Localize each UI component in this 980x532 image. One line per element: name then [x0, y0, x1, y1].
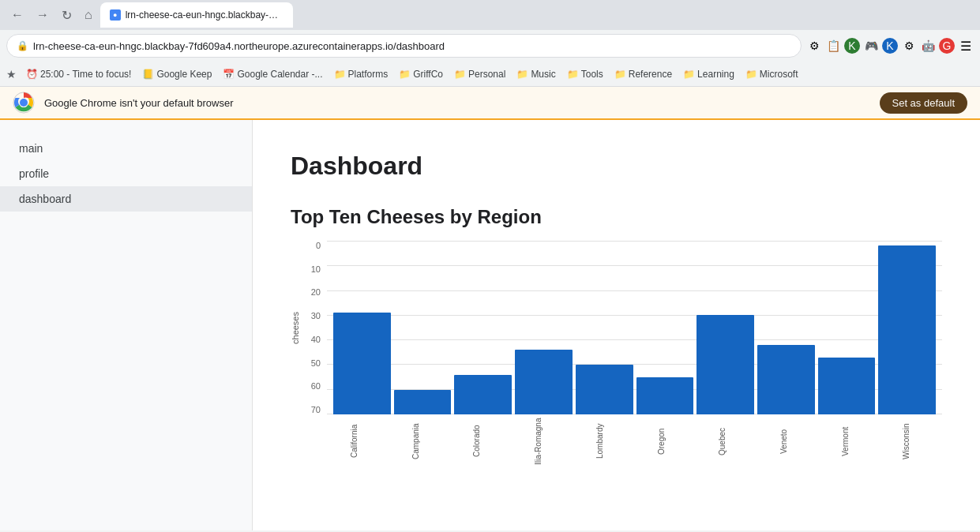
y-tick-60: 60 [305, 381, 321, 391]
x-label-veneto: Veneto [755, 418, 813, 465]
bookmark-tools-label: Tools [581, 69, 603, 80]
sidebar-item-dashboard[interactable]: dashboard [0, 186, 252, 212]
bar-group-california [333, 241, 391, 414]
tab-bar: ← → ↻ ⌂ ● lrn-cheese-ca-eun-hngc.blackba… [0, 0, 980, 30]
bookmark-calendar[interactable]: 📅 Google Calendar -... [218, 67, 327, 81]
bookmark-microsoft-icon: 📁 [745, 69, 757, 80]
x-label-colorado: Colorado [448, 418, 506, 465]
notification-bar: Google Chrome isn't your default browser… [0, 87, 980, 120]
bar-veneto [757, 345, 815, 414]
bars-row [327, 241, 942, 414]
bookmark-reference[interactable]: 📁 Reference [610, 67, 677, 81]
bookmark-platforms[interactable]: 📁 Platforms [329, 67, 393, 81]
bookmark-personal[interactable]: 📁 Personal [449, 67, 510, 81]
ext-icon-3[interactable]: K [844, 38, 860, 54]
y-tick-10: 10 [305, 264, 321, 274]
address-bar-row: 🔒 lrn-cheese-ca-eun-hngc.blackbay-7fd609… [0, 30, 980, 62]
x-label-iliaromagna: Ilia-Romagna [509, 418, 568, 465]
sidebar: main profile dashboard [0, 120, 253, 530]
x-labels: CaliforniaCampaniaColoradoIlia-RomagnaLo… [319, 418, 942, 465]
bookmark-keep[interactable]: 📒 Google Keep [137, 67, 216, 81]
ext-icon-2[interactable]: 📋 [825, 38, 841, 54]
chart-with-grid [327, 241, 942, 414]
svg-point-1 [20, 99, 28, 107]
y-tick-30: 30 [305, 311, 321, 320]
home-button[interactable]: ⌂ [80, 5, 97, 25]
bar-group-oregon [636, 241, 694, 414]
bar-quebec [697, 315, 754, 414]
bar-group-vermont [818, 241, 876, 414]
browser-chrome: ← → ↻ ⌂ ● lrn-cheese-ca-eun-hngc.blackba… [0, 0, 980, 120]
extension-icons: ⚙ 📋 K 🎮 K ⚙ 🤖 G ☰ [806, 38, 974, 54]
y-tick-50: 50 [305, 358, 321, 368]
ext-icon-5[interactable]: K [882, 38, 898, 54]
bar-lombardy [576, 365, 633, 414]
bookmark-time-label: 25:00 - Time to focus! [40, 69, 131, 80]
bookmark-griffco[interactable]: 📁 GriffCo [394, 67, 448, 81]
bar-group-iliaromagna [515, 241, 573, 414]
bar-group-quebec [697, 241, 754, 414]
x-label-california: California [325, 418, 384, 465]
x-label-oregon: Oregon [633, 418, 691, 465]
reload-button[interactable]: ↻ [57, 5, 77, 26]
x-label-lombardy: Lombardy [571, 418, 629, 465]
main-layout: main profile dashboard Dashboard Top Ten… [0, 120, 980, 530]
y-tick-0: 0 [305, 241, 321, 250]
bookmark-tools[interactable]: 📁 Tools [562, 67, 608, 81]
x-label-wisconsin: Wisconsin [877, 418, 936, 465]
chart-section-title: Top Ten Cheeses by Region [291, 206, 942, 228]
bookmark-griffco-icon: 📁 [399, 69, 411, 80]
bookmark-learning[interactable]: 📁 Learning [678, 67, 739, 81]
ext-icon-4[interactable]: 🎮 [863, 38, 879, 54]
notification-text: Google Chrome isn't your default browser [44, 97, 870, 109]
ext-icon-8[interactable]: G [939, 38, 955, 54]
bar-group-campania [394, 241, 452, 414]
bookmark-time[interactable]: ⏰ 25:00 - Time to focus! [21, 67, 136, 81]
y-axis-label-container: cheeses [291, 241, 303, 414]
bookmark-music[interactable]: 📁 Music [512, 67, 560, 81]
bookmark-learning-icon: 📁 [683, 69, 695, 80]
bookmarks-star-icon: ★ [6, 68, 17, 81]
y-axis: 70 60 50 40 30 20 10 0 [305, 241, 327, 414]
tab-favicon: ● [110, 9, 121, 21]
active-tab[interactable]: ● lrn-cheese-ca-eun-hngc.blackbay-7fd609… [100, 2, 293, 28]
bookmark-learning-label: Learning [697, 69, 734, 80]
bookmark-music-label: Music [531, 69, 555, 80]
bookmark-keep-label: Google Keep [156, 69, 212, 80]
bar-iliaromagna [515, 350, 573, 414]
bar-group-veneto [757, 241, 815, 414]
ext-icon-9[interactable]: ☰ [958, 38, 974, 54]
bookmark-reference-icon: 📁 [614, 69, 626, 80]
ext-icon-6[interactable]: ⚙ [901, 38, 917, 54]
forward-button[interactable]: → [32, 5, 54, 25]
chrome-logo-icon [13, 92, 35, 114]
bookmark-platforms-label: Platforms [348, 69, 389, 80]
y-axis-label: cheeses [291, 312, 300, 344]
bookmark-microsoft[interactable]: 📁 Microsoft [741, 67, 803, 81]
x-label-quebec: Quebec [693, 418, 752, 465]
bookmark-platforms-icon: 📁 [334, 69, 346, 80]
sidebar-item-profile[interactable]: profile [0, 161, 252, 186]
y-tick-20: 20 [305, 287, 321, 297]
bookmark-music-icon: 📁 [516, 69, 528, 80]
bar-wisconsin [878, 245, 936, 414]
ext-icon-1[interactable]: ⚙ [806, 38, 822, 54]
tab-title: lrn-cheese-ca-eun-hngc.blackbay-7fd609a4… [126, 9, 283, 21]
bookmark-calendar-icon: 📅 [223, 69, 235, 80]
back-button[interactable]: ← [6, 5, 28, 25]
bar-group-lombardy [576, 241, 633, 414]
bar-group-wisconsin [878, 241, 936, 414]
bar-california [333, 313, 391, 414]
bookmark-microsoft-label: Microsoft [760, 69, 798, 80]
y-tick-40: 40 [305, 335, 321, 344]
page-title: Dashboard [291, 152, 942, 181]
address-box[interactable]: 🔒 lrn-cheese-ca-eun-hngc.blackbay-7fd609… [6, 34, 802, 58]
sidebar-item-main[interactable]: main [0, 136, 252, 161]
bar-oregon [636, 377, 694, 414]
bookmark-tools-icon: 📁 [567, 69, 579, 80]
ext-icon-7[interactable]: 🤖 [920, 38, 936, 54]
bar-vermont [818, 358, 876, 414]
lock-icon: 🔒 [17, 40, 28, 51]
chart-container: cheeses 70 60 50 40 30 20 10 0 [291, 241, 942, 465]
set-default-button[interactable]: Set as default [880, 92, 968, 114]
